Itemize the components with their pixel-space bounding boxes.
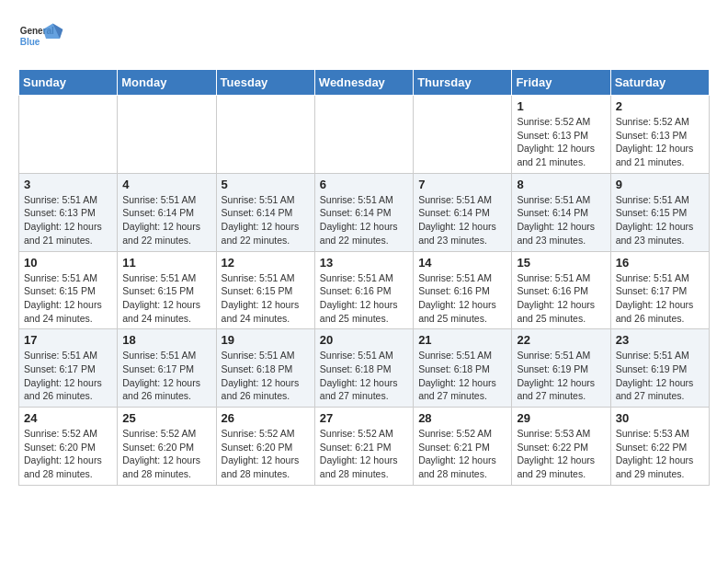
day-number: 5	[222, 178, 310, 191]
cell-content: Sunrise: 5:51 AM Sunset: 6:15 PM Dayligh…	[122, 271, 210, 326]
day-number: 27	[320, 411, 408, 425]
cell-content: Sunrise: 5:51 AM Sunset: 6:17 PM Dayligh…	[24, 349, 112, 403]
cell-content: Sunrise: 5:51 AM Sunset: 6:15 PM Dayligh…	[616, 193, 704, 247]
calendar-cell: 14Sunrise: 5:51 AM Sunset: 6:16 PM Dayli…	[414, 251, 512, 329]
logo: General Blue	[18, 18, 64, 60]
cell-content: Sunrise: 5:53 AM Sunset: 6:22 PM Dayligh…	[517, 427, 605, 481]
cell-content: Sunrise: 5:52 AM Sunset: 6:13 PM Dayligh…	[616, 115, 704, 169]
calendar-cell: 17Sunrise: 5:51 AM Sunset: 6:17 PM Dayli…	[19, 329, 118, 408]
day-number: 13	[320, 256, 408, 270]
calendar-table: SundayMondayTuesdayWednesdayThursdayFrid…	[18, 69, 710, 486]
weekday-header: Wednesday	[314, 70, 413, 96]
day-number: 23	[616, 333, 704, 347]
calendar-cell: 1Sunrise: 5:52 AM Sunset: 6:13 PM Daylig…	[512, 96, 610, 174]
cell-content: Sunrise: 5:51 AM Sunset: 6:19 PM Dayligh…	[616, 349, 704, 403]
calendar-cell	[414, 96, 512, 174]
weekday-header: Monday	[118, 70, 216, 96]
logo-icon: General Blue	[18, 18, 64, 60]
calendar-cell: 16Sunrise: 5:51 AM Sunset: 6:17 PM Dayli…	[610, 251, 709, 329]
cell-content: Sunrise: 5:51 AM Sunset: 6:16 PM Dayligh…	[320, 271, 408, 326]
calendar-cell: 24Sunrise: 5:52 AM Sunset: 6:20 PM Dayli…	[19, 408, 118, 486]
calendar-week-row: 17Sunrise: 5:51 AM Sunset: 6:17 PM Dayli…	[19, 329, 710, 408]
day-number: 29	[517, 411, 605, 425]
calendar-cell: 8Sunrise: 5:51 AM Sunset: 6:14 PM Daylig…	[512, 173, 610, 251]
cell-content: Sunrise: 5:51 AM Sunset: 6:15 PM Dayligh…	[222, 271, 310, 326]
calendar-cell	[314, 96, 413, 174]
weekday-header: Thursday	[414, 70, 512, 96]
cell-content: Sunrise: 5:51 AM Sunset: 6:16 PM Dayligh…	[418, 271, 506, 326]
day-number: 22	[517, 333, 605, 347]
day-number: 6	[320, 178, 408, 191]
calendar-cell: 7Sunrise: 5:51 AM Sunset: 6:14 PM Daylig…	[414, 173, 512, 251]
cell-content: Sunrise: 5:52 AM Sunset: 6:20 PM Dayligh…	[122, 427, 210, 481]
weekday-header: Tuesday	[216, 70, 314, 96]
cell-content: Sunrise: 5:51 AM Sunset: 6:14 PM Dayligh…	[517, 193, 605, 247]
calendar-cell: 20Sunrise: 5:51 AM Sunset: 6:18 PM Dayli…	[314, 329, 413, 408]
cell-content: Sunrise: 5:51 AM Sunset: 6:14 PM Dayligh…	[320, 193, 408, 247]
day-number: 10	[24, 256, 112, 270]
cell-content: Sunrise: 5:51 AM Sunset: 6:18 PM Dayligh…	[222, 349, 310, 403]
cell-content: Sunrise: 5:51 AM Sunset: 6:14 PM Dayligh…	[418, 193, 506, 247]
cell-content: Sunrise: 5:51 AM Sunset: 6:18 PM Dayligh…	[418, 349, 506, 403]
day-number: 17	[24, 333, 112, 347]
cell-content: Sunrise: 5:52 AM Sunset: 6:21 PM Dayligh…	[320, 427, 408, 481]
calendar-cell: 6Sunrise: 5:51 AM Sunset: 6:14 PM Daylig…	[314, 173, 413, 251]
cell-content: Sunrise: 5:51 AM Sunset: 6:15 PM Dayligh…	[24, 271, 112, 326]
calendar-cell: 15Sunrise: 5:51 AM Sunset: 6:16 PM Dayli…	[512, 251, 610, 329]
day-number: 30	[616, 411, 704, 425]
cell-content: Sunrise: 5:52 AM Sunset: 6:20 PM Dayligh…	[222, 427, 310, 481]
calendar-cell: 10Sunrise: 5:51 AM Sunset: 6:15 PM Dayli…	[19, 251, 118, 329]
calendar-cell: 11Sunrise: 5:51 AM Sunset: 6:15 PM Dayli…	[118, 251, 216, 329]
cell-content: Sunrise: 5:52 AM Sunset: 6:20 PM Dayligh…	[24, 427, 112, 481]
day-number: 16	[616, 256, 704, 270]
day-number: 14	[418, 256, 506, 270]
calendar-week-row: 24Sunrise: 5:52 AM Sunset: 6:20 PM Dayli…	[19, 408, 710, 486]
day-number: 25	[122, 411, 210, 425]
calendar-cell: 18Sunrise: 5:51 AM Sunset: 6:17 PM Dayli…	[118, 329, 216, 408]
calendar-cell: 2Sunrise: 5:52 AM Sunset: 6:13 PM Daylig…	[610, 96, 709, 174]
day-number: 24	[24, 411, 112, 425]
day-number: 11	[122, 256, 210, 270]
day-number: 8	[517, 178, 605, 191]
cell-content: Sunrise: 5:52 AM Sunset: 6:21 PM Dayligh…	[418, 427, 506, 481]
calendar-cell: 30Sunrise: 5:53 AM Sunset: 6:22 PM Dayli…	[610, 408, 709, 486]
cell-content: Sunrise: 5:51 AM Sunset: 6:18 PM Dayligh…	[320, 349, 408, 403]
day-number: 1	[517, 99, 605, 113]
calendar-cell	[19, 96, 118, 174]
calendar-cell: 25Sunrise: 5:52 AM Sunset: 6:20 PM Dayli…	[118, 408, 216, 486]
day-number: 26	[222, 411, 310, 425]
day-number: 19	[222, 333, 310, 347]
cell-content: Sunrise: 5:51 AM Sunset: 6:17 PM Dayligh…	[122, 349, 210, 403]
cell-content: Sunrise: 5:51 AM Sunset: 6:13 PM Dayligh…	[24, 193, 112, 247]
calendar-cell: 19Sunrise: 5:51 AM Sunset: 6:18 PM Dayli…	[216, 329, 314, 408]
calendar-cell: 21Sunrise: 5:51 AM Sunset: 6:18 PM Dayli…	[414, 329, 512, 408]
calendar-cell: 27Sunrise: 5:52 AM Sunset: 6:21 PM Dayli…	[314, 408, 413, 486]
calendar-cell: 9Sunrise: 5:51 AM Sunset: 6:15 PM Daylig…	[610, 173, 709, 251]
weekday-header: Friday	[512, 70, 610, 96]
calendar-cell: 4Sunrise: 5:51 AM Sunset: 6:14 PM Daylig…	[118, 173, 216, 251]
day-number: 28	[418, 411, 506, 425]
calendar-cell	[216, 96, 314, 174]
cell-content: Sunrise: 5:51 AM Sunset: 6:14 PM Dayligh…	[222, 193, 310, 247]
cell-content: Sunrise: 5:53 AM Sunset: 6:22 PM Dayligh…	[616, 427, 704, 481]
calendar-week-row: 1Sunrise: 5:52 AM Sunset: 6:13 PM Daylig…	[19, 96, 710, 174]
cell-content: Sunrise: 5:51 AM Sunset: 6:16 PM Dayligh…	[517, 271, 605, 326]
day-number: 21	[418, 333, 506, 347]
calendar-cell: 23Sunrise: 5:51 AM Sunset: 6:19 PM Dayli…	[610, 329, 709, 408]
cell-content: Sunrise: 5:51 AM Sunset: 6:17 PM Dayligh…	[616, 271, 704, 326]
calendar-cell: 26Sunrise: 5:52 AM Sunset: 6:20 PM Dayli…	[216, 408, 314, 486]
calendar-week-row: 3Sunrise: 5:51 AM Sunset: 6:13 PM Daylig…	[19, 173, 710, 251]
day-number: 12	[222, 256, 310, 270]
day-number: 18	[122, 333, 210, 347]
calendar-cell	[118, 96, 216, 174]
calendar-cell: 3Sunrise: 5:51 AM Sunset: 6:13 PM Daylig…	[19, 173, 118, 251]
day-number: 20	[320, 333, 408, 347]
calendar-cell: 22Sunrise: 5:51 AM Sunset: 6:19 PM Dayli…	[512, 329, 610, 408]
calendar-cell: 13Sunrise: 5:51 AM Sunset: 6:16 PM Dayli…	[314, 251, 413, 329]
day-number: 15	[517, 256, 605, 270]
day-number: 3	[24, 178, 112, 191]
cell-content: Sunrise: 5:52 AM Sunset: 6:13 PM Dayligh…	[517, 115, 605, 169]
day-number: 2	[616, 99, 704, 113]
cell-content: Sunrise: 5:51 AM Sunset: 6:19 PM Dayligh…	[517, 349, 605, 403]
calendar-week-row: 10Sunrise: 5:51 AM Sunset: 6:15 PM Dayli…	[19, 251, 710, 329]
